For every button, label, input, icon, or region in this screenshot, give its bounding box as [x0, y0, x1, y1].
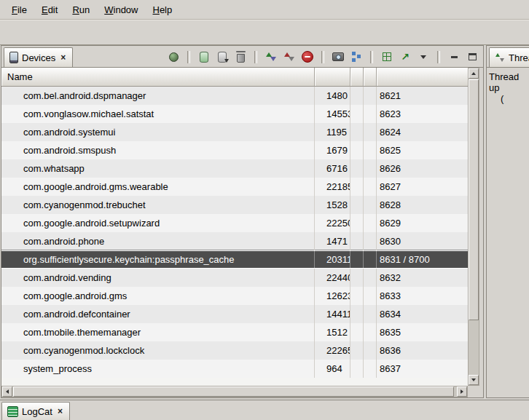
- menu-window[interactable]: Window: [97, 2, 145, 17]
- method-profiling-icon[interactable]: [281, 49, 297, 64]
- empty-cell: [364, 323, 377, 341]
- process-port: 8633: [377, 287, 468, 305]
- threads-message-line1: Thread up: [489, 71, 527, 93]
- close-icon[interactable]: ×: [56, 407, 64, 416]
- table-row[interactable]: com.cyanogenmod.lockclock222658636: [1, 341, 468, 360]
- empty-cell: [364, 341, 377, 360]
- menu-help[interactable]: Help: [145, 2, 179, 17]
- empty-cell: [350, 287, 364, 305]
- stop-process-icon[interactable]: [299, 49, 316, 64]
- dump-hprof-icon[interactable]: [214, 49, 230, 64]
- down-arrow-icon: [471, 379, 476, 381]
- vertical-scrollbar[interactable]: [468, 68, 479, 386]
- update-threads-icon[interactable]: [263, 49, 279, 64]
- toolbar-separator: [321, 51, 324, 63]
- process-name: com.bel.android.dspmanager: [1, 87, 315, 105]
- column-header-name[interactable]: Name: [1, 68, 315, 86]
- maximize-icon[interactable]: [464, 49, 480, 64]
- system-ui-capture-icon[interactable]: [379, 49, 395, 64]
- process-name: system_process: [1, 360, 315, 378]
- vertical-scroll-thumb[interactable]: [469, 79, 479, 320]
- empty-cell: [364, 214, 377, 232]
- process-name: com.google.android.gms.wearable: [1, 178, 315, 196]
- table-row[interactable]: com.tmobile.thememanager15128635: [1, 323, 468, 341]
- menu-run[interactable]: Run: [65, 2, 97, 17]
- process-port: 8636: [377, 341, 468, 360]
- left-arrow-icon: [6, 389, 9, 394]
- tab-devices[interactable]: Devices ×: [4, 47, 73, 67]
- table-row[interactable]: com.vonglasow.michael.satstat145538623: [1, 105, 468, 123]
- process-pid: 22265: [315, 341, 350, 360]
- process-port: 8631 / 8700: [377, 251, 468, 268]
- empty-cell: [350, 196, 364, 214]
- column-header-pid[interactable]: [315, 68, 350, 86]
- tab-threads[interactable]: Threads: [489, 47, 529, 67]
- toolbar-separator: [370, 51, 373, 63]
- table-row[interactable]: com.android.vending224408632: [1, 269, 468, 287]
- horizontal-scroll-thumb[interactable]: [13, 387, 454, 397]
- threads-message: Thread up (: [487, 68, 529, 108]
- close-icon[interactable]: ×: [59, 53, 67, 62]
- table-row[interactable]: com.android.systemui11958624: [1, 123, 468, 141]
- horizontal-scrollbar[interactable]: [1, 386, 468, 397]
- process-port: 8630: [377, 232, 468, 250]
- table-row[interactable]: com.google.android.gms126238633: [1, 287, 468, 305]
- scroll-right-button[interactable]: [457, 387, 467, 397]
- table-row[interactable]: com.google.android.setupwizard222508629: [1, 214, 468, 232]
- logcat-tab-label: LogCat: [22, 406, 52, 417]
- empty-cell: [350, 123, 364, 141]
- process-name: com.android.systemui: [1, 123, 315, 141]
- update-heap-icon[interactable]: [196, 49, 212, 64]
- devices-tab-label: Devices: [22, 52, 55, 63]
- process-pid: 1480: [315, 87, 350, 105]
- main-toolbar: [0, 20, 529, 45]
- empty-cell: [350, 360, 364, 378]
- column-header-port[interactable]: [377, 68, 468, 86]
- screen-capture-icon[interactable]: [330, 49, 346, 64]
- table-row[interactable]: org.sufficientlysecure.keychain:passphra…: [1, 250, 468, 269]
- process-name: com.whatsapp: [1, 159, 315, 178]
- empty-cell: [364, 232, 377, 250]
- tab-logcat[interactable]: LogCat ×: [1, 402, 70, 420]
- table-row[interactable]: com.whatsapp67168626: [1, 159, 468, 178]
- menu-bar: FileEditRunWindowHelp: [0, 0, 529, 20]
- table-row[interactable]: com.cyanogenmod.trebuchet15288628: [1, 196, 468, 214]
- up-arrow-icon: [471, 72, 476, 75]
- cause-gc-icon[interactable]: [232, 49, 248, 64]
- toolbar-separator: [437, 51, 440, 63]
- logcat-icon: [7, 406, 18, 417]
- menu-edit[interactable]: Edit: [34, 2, 65, 17]
- scroll-up-button[interactable]: [469, 68, 479, 79]
- process-port: 8624: [377, 123, 468, 141]
- process-pid: 964: [315, 360, 350, 378]
- column-header-empty[interactable]: [364, 68, 377, 86]
- process-name: org.sufficientlysecure.keychain:passphra…: [1, 251, 315, 268]
- process-pid: 22250: [315, 214, 350, 232]
- column-header-empty[interactable]: [350, 68, 364, 86]
- table-row[interactable]: com.android.phone14718630: [1, 232, 468, 250]
- empty-cell: [350, 341, 364, 360]
- table-header: Name: [1, 68, 468, 87]
- toolbar-separator: [187, 51, 190, 63]
- empty-cell: [350, 214, 364, 232]
- threads-message-line2: (: [489, 93, 527, 104]
- minimize-icon[interactable]: [446, 49, 462, 64]
- debug-process-icon[interactable]: [165, 49, 181, 64]
- table-row[interactable]: com.android.defcontainer144118634: [1, 305, 468, 323]
- process-pid: 14411: [315, 305, 350, 323]
- table-row[interactable]: com.android.smspush16798625: [1, 141, 468, 159]
- process-port: 8623: [377, 105, 468, 123]
- process-name: com.cyanogenmod.trebuchet: [1, 196, 315, 214]
- table-row[interactable]: system_process9648637: [1, 360, 468, 378]
- menu-file[interactable]: File: [4, 2, 34, 17]
- view-menu-chevron-icon[interactable]: [415, 49, 431, 64]
- empty-cell: [350, 232, 364, 250]
- scroll-down-button[interactable]: [469, 375, 479, 385]
- process-pid: 20311: [315, 251, 350, 268]
- scroll-left-button[interactable]: [2, 387, 12, 397]
- table-row[interactable]: com.bel.android.dspmanager14808621: [1, 87, 468, 105]
- opengl-trace-icon[interactable]: [397, 49, 413, 64]
- threads-view: Threads Thread up (: [486, 45, 529, 398]
- view-hierarchy-icon[interactable]: [348, 49, 364, 64]
- table-row[interactable]: com.google.android.gms.wearable221858627: [1, 178, 468, 196]
